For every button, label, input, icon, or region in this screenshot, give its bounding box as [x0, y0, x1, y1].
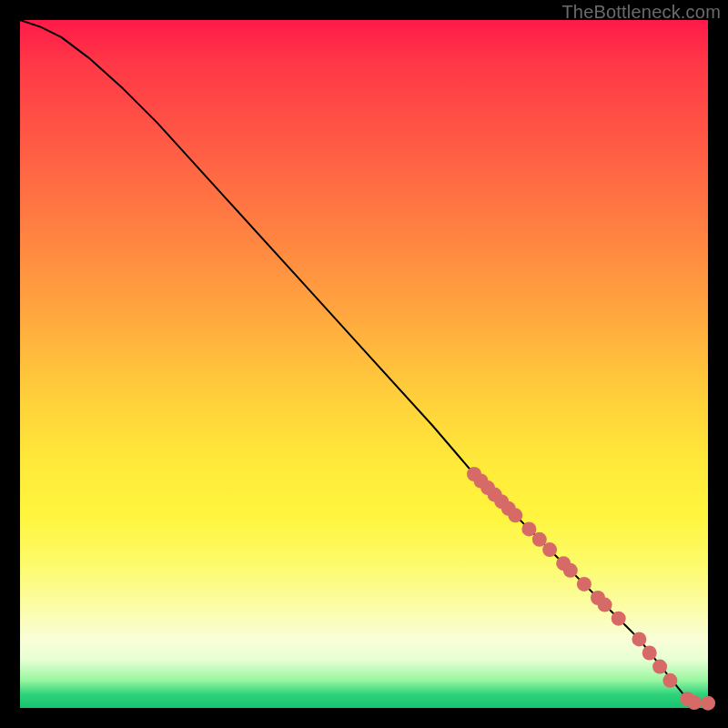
curve-marker	[662, 673, 677, 688]
curve-marker	[521, 521, 536, 536]
curve-marker	[632, 632, 646, 646]
curve-marker	[652, 660, 667, 674]
curve-marker	[577, 577, 592, 592]
chart-svg	[20, 20, 708, 708]
curve-marker	[563, 563, 578, 578]
curve-marker	[508, 508, 522, 522]
plot-area	[20, 20, 708, 708]
curve-marker	[612, 612, 626, 626]
curve-marker	[532, 532, 547, 547]
curve-markers	[467, 467, 715, 711]
curve-marker	[687, 695, 702, 710]
curve-marker	[598, 598, 612, 612]
chart-stage: TheBottleneck.com	[0, 0, 728, 728]
watermark-text: TheBottleneck.com	[561, 2, 721, 23]
curve-marker	[642, 646, 657, 661]
curve-marker	[701, 696, 715, 711]
curve-marker	[542, 542, 557, 557]
